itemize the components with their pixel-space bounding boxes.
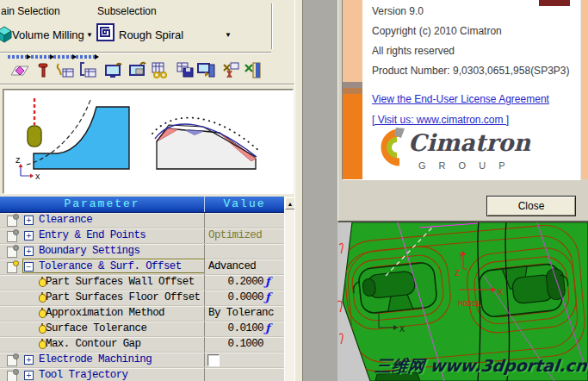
param-label: Surface Tolerance <box>46 322 146 334</box>
table-row[interactable]: + Entry & End Points Optimized <box>0 228 284 244</box>
exit-door-icon[interactable] <box>242 59 263 80</box>
copyright-text: Copyright (c) 2010 Cimatron <box>372 25 502 37</box>
expand-toggle-icon[interactable]: + <box>24 355 34 365</box>
dash-arrow-icon <box>53 55 72 59</box>
app-screen: ain Selection Subselection Volume Millin… <box>0 0 588 381</box>
save-toolpath-icon[interactable] <box>175 59 195 80</box>
brand-name-text: Cimatron <box>408 129 530 156</box>
param-value[interactable]: Advanced <box>205 260 284 272</box>
param-label: Clearance <box>39 214 92 226</box>
table-row[interactable]: + Electrode Machining <box>0 353 284 368</box>
license-agreement-link[interactable]: View the End-User License Agreement <box>372 93 549 105</box>
electrode-machining-checkbox[interactable] <box>207 354 220 366</box>
param-label: Tool Trajectory <box>39 369 128 381</box>
function-indicator[interactable]: ƒ <box>265 322 270 334</box>
viewport-axis-x-label: X <box>498 288 503 297</box>
pin-tool-icon[interactable] <box>33 59 53 80</box>
visit-website-link[interactable]: [ Visit us: www.cimatron.com ] <box>372 114 509 126</box>
param-value[interactable]: 0.1000 <box>205 338 284 350</box>
strategy-preview-panel: Z X <box>3 89 294 194</box>
preview-axis-x-label: X <box>35 173 40 182</box>
parameter-column-header[interactable]: Parameter <box>0 197 204 210</box>
param-value[interactable]: 0.0100 <box>205 322 284 334</box>
column-divider <box>204 213 205 228</box>
function-indicator[interactable]: ƒ <box>265 290 270 303</box>
expand-toggle-icon[interactable]: + <box>24 215 34 225</box>
param-label: Electrode Machining <box>39 353 152 365</box>
table-header: Parameter Value <box>0 197 284 213</box>
separator <box>0 84 296 85</box>
table-row[interactable]: + Clearance <box>0 213 284 228</box>
logo-fragment <box>539 0 570 6</box>
main-selection-arrow-icon[interactable]: ▼ <box>86 32 93 39</box>
export-exit-icon[interactable] <box>196 59 217 80</box>
function-indicator[interactable]: ƒ <box>265 275 270 288</box>
param-label: Entry & End Points <box>39 229 145 241</box>
table-row[interactable]: Max. Contour Gap 0.1000 <box>0 337 284 353</box>
table-row[interactable]: + Tool Trajectory <box>0 368 284 381</box>
param-label: Tolerance & Surf. Offset <box>39 260 182 272</box>
value-column-header[interactable]: Value <box>205 197 284 210</box>
param-value[interactable]: 0.0000 <box>205 291 284 303</box>
main-selection-dropdown[interactable]: Volume Milling <box>12 28 84 41</box>
about-dialog: Version 9.0 Copyright (c) 2010 Cimatron … <box>337 0 588 222</box>
table-row[interactable]: Surface Tolerance 0.0100 ƒ <box>0 322 284 337</box>
tool-break-icon[interactable] <box>220 59 241 80</box>
procedure-pin-icon <box>7 371 17 381</box>
main-selection-label: ain Selection <box>1 5 60 17</box>
param-value[interactable]: 0.2000 <box>205 276 284 288</box>
simulate-settings-icon[interactable] <box>127 59 148 80</box>
expand-toggle-icon[interactable]: + <box>24 247 34 256</box>
viewport-3d[interactable]: Y Z X MODEL X 三维网 www.3dportal.cn <box>337 222 588 381</box>
version-text: Version 9.0 <box>372 5 424 17</box>
param-label: Boundary Settings <box>39 245 139 257</box>
procedure-pin-icon <box>7 215 17 227</box>
panel-edge <box>294 0 303 381</box>
dash-arrow-icon <box>31 55 50 59</box>
table-row[interactable]: Part Surfaces Wall Offset 0.2000 ƒ <box>0 275 284 290</box>
param-value[interactable]: By Toleranc <box>205 307 284 319</box>
subselection-label: Subselection <box>97 5 157 17</box>
param-label: Part Surfaces Floor Offset <box>46 291 200 303</box>
rights-text: All rights reserved <box>372 45 455 57</box>
dialog-stripe-peach <box>343 0 362 82</box>
viewport-axis-z-label: Z <box>455 269 460 278</box>
column-divider <box>204 244 205 259</box>
table-row-selected[interactable]: − Tolerance & Surf. Offset Advanced <box>0 259 284 275</box>
about-dialog-content: Version 9.0 Copyright (c) 2010 Cimatron … <box>342 0 581 180</box>
table-row[interactable]: Part Surfaces Floor Offset 0.0000 ƒ <box>0 290 284 306</box>
preview-axis-z-label: Z <box>15 157 21 166</box>
procedure-panel: ain Selection Subselection Volume Millin… <box>0 0 303 381</box>
tool-setup-icon[interactable] <box>54 59 75 80</box>
gem-procedure-icon[interactable] <box>9 59 30 80</box>
viewport-axis-y-label: Y <box>459 252 464 261</box>
param-label: Approximation Method <box>46 307 164 319</box>
cimatron-logo-icon <box>372 126 408 172</box>
close-button[interactable]: Close <box>486 196 576 216</box>
expand-toggle-icon[interactable]: + <box>24 231 34 240</box>
separator <box>0 52 271 53</box>
watermark-text: 三维网 www.3dportal.cn <box>374 355 588 378</box>
parameter-table: Parameter Value + Clearance + Entry & En… <box>0 197 284 381</box>
collapse-toggle-icon[interactable]: − <box>24 262 34 272</box>
dialog-right-strip <box>581 0 588 179</box>
column-divider <box>204 353 205 367</box>
subselection-dropdown[interactable]: Rough Spiral <box>119 28 183 41</box>
volume-milling-icon <box>0 24 13 48</box>
dash-arrow-icon <box>8 55 27 59</box>
param-label: Max. Contour Gap <box>46 338 140 350</box>
rough-spiral-icon <box>96 23 115 45</box>
subselection-arrow-icon[interactable]: ▼ <box>225 32 232 39</box>
simulate-screen-icon[interactable] <box>103 59 124 80</box>
data-table-glasses-icon[interactable] <box>149 59 170 80</box>
fixture-setup-icon[interactable] <box>77 59 98 80</box>
expand-toggle-icon[interactable]: + <box>24 371 34 380</box>
dash-arrow-icon <box>76 55 95 59</box>
column-divider <box>204 368 205 381</box>
strategy-preview-diagrams: Z X <box>3 90 291 191</box>
brand-group-text: G R O U P <box>418 160 511 171</box>
param-value[interactable]: Optimized <box>205 229 284 241</box>
product-number-text: Product Number: 9,0303,0651,958(SP3P3) <box>372 65 569 77</box>
table-row[interactable]: + Boundary Settings <box>0 244 284 259</box>
table-row[interactable]: Approximation Method By Toleranc <box>0 306 284 322</box>
